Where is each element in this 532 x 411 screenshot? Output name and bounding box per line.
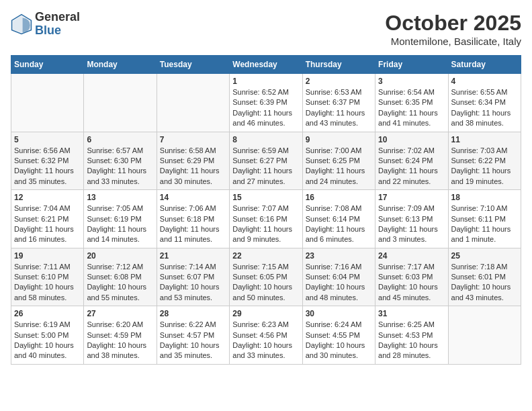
day-info: Sunrise: 6:56 AMSunset: 6:32 PMDaylight:… (14, 146, 81, 187)
day-info: Sunrise: 7:08 AMSunset: 6:14 PMDaylight:… (306, 203, 372, 245)
location-subtitle: Montemilone, Basilicate, Italy (385, 36, 521, 47)
day-number: 9 (306, 135, 372, 144)
day-cell: 10Sunrise: 7:02 AMSunset: 6:24 PMDayligh… (375, 132, 448, 190)
day-cell: 15Sunrise: 7:07 AMSunset: 6:16 PMDayligh… (230, 190, 302, 248)
weekday-header-monday: Monday (84, 56, 157, 74)
day-info: Sunrise: 7:14 AMSunset: 6:07 PMDaylight:… (160, 262, 226, 304)
day-info: Sunrise: 7:17 AMSunset: 6:03 PMDaylight:… (378, 262, 445, 304)
day-info: Sunrise: 6:58 AMSunset: 6:29 PMDaylight:… (160, 146, 226, 187)
page-header: General Blue October 2025 Montemilone, B… (11, 11, 521, 47)
day-cell: 18Sunrise: 7:10 AMSunset: 6:11 PMDayligh… (448, 190, 521, 248)
day-cell: 9Sunrise: 7:00 AMSunset: 6:25 PMDaylight… (302, 132, 375, 190)
day-number: 11 (451, 135, 518, 144)
day-info: Sunrise: 7:05 AMSunset: 6:19 PMDaylight:… (87, 203, 153, 245)
day-cell: 22Sunrise: 7:15 AMSunset: 6:05 PMDayligh… (230, 248, 302, 306)
week-row-4: 19Sunrise: 7:11 AMSunset: 6:10 PMDayligh… (11, 248, 521, 306)
day-info: Sunrise: 7:12 AMSunset: 6:08 PMDaylight:… (87, 262, 153, 304)
day-cell: 19Sunrise: 7:11 AMSunset: 6:10 PMDayligh… (11, 248, 84, 306)
day-info: Sunrise: 6:57 AMSunset: 6:30 PMDaylight:… (87, 146, 153, 187)
week-row-5: 26Sunrise: 6:19 AMSunset: 5:00 PMDayligh… (11, 306, 521, 365)
day-cell: 12Sunrise: 7:04 AMSunset: 6:21 PMDayligh… (11, 190, 84, 248)
day-number: 31 (378, 309, 445, 318)
day-number: 2 (306, 77, 372, 86)
week-row-2: 5Sunrise: 6:56 AMSunset: 6:32 PMDaylight… (11, 132, 521, 190)
day-info: Sunrise: 6:22 AMSunset: 4:57 PMDaylight:… (160, 320, 226, 361)
day-cell: 2Sunrise: 6:53 AMSunset: 6:37 PMDaylight… (302, 74, 375, 132)
day-cell: 23Sunrise: 7:16 AMSunset: 6:04 PMDayligh… (302, 248, 375, 306)
day-cell: 17Sunrise: 7:09 AMSunset: 6:13 PMDayligh… (375, 190, 448, 248)
day-cell: 1Sunrise: 6:52 AMSunset: 6:39 PMDaylight… (230, 74, 302, 132)
day-cell: 28Sunrise: 6:22 AMSunset: 4:57 PMDayligh… (157, 306, 229, 365)
day-number: 1 (232, 77, 299, 86)
day-cell: 26Sunrise: 6:19 AMSunset: 5:00 PMDayligh… (11, 306, 84, 365)
weekday-header-thursday: Thursday (302, 56, 375, 74)
day-info: Sunrise: 7:04 AMSunset: 6:21 PMDaylight:… (14, 203, 81, 245)
day-number: 28 (160, 309, 226, 318)
day-info: Sunrise: 7:03 AMSunset: 6:22 PMDaylight:… (451, 146, 518, 187)
logo-icon (11, 13, 32, 35)
month-title: October 2025 (385, 11, 521, 36)
day-cell: 20Sunrise: 7:12 AMSunset: 6:08 PMDayligh… (84, 248, 157, 306)
day-cell: 21Sunrise: 7:14 AMSunset: 6:07 PMDayligh… (157, 248, 229, 306)
day-info: Sunrise: 6:25 AMSunset: 4:53 PMDaylight:… (378, 320, 445, 361)
day-cell (448, 306, 521, 365)
day-cell: 24Sunrise: 7:17 AMSunset: 6:03 PMDayligh… (375, 248, 448, 306)
day-cell: 14Sunrise: 7:06 AMSunset: 6:18 PMDayligh… (157, 190, 229, 248)
day-number: 30 (306, 309, 372, 318)
day-number: 29 (232, 309, 299, 318)
day-number: 24 (378, 251, 445, 261)
day-info: Sunrise: 6:24 AMSunset: 4:55 PMDaylight:… (306, 320, 372, 361)
logo-text: General Blue (35, 11, 80, 38)
day-info: Sunrise: 7:09 AMSunset: 6:13 PMDaylight:… (378, 203, 445, 245)
weekday-header-wednesday: Wednesday (230, 56, 302, 74)
day-cell (11, 74, 84, 132)
day-number: 5 (14, 135, 81, 144)
day-number: 22 (232, 251, 299, 261)
day-cell: 25Sunrise: 7:18 AMSunset: 6:01 PMDayligh… (448, 248, 521, 306)
day-number: 25 (451, 251, 518, 261)
day-info: Sunrise: 7:15 AMSunset: 6:05 PMDaylight:… (232, 262, 299, 304)
day-info: Sunrise: 7:10 AMSunset: 6:11 PMDaylight:… (451, 203, 518, 245)
day-number: 4 (451, 77, 518, 86)
day-cell: 7Sunrise: 6:58 AMSunset: 6:29 PMDaylight… (157, 132, 229, 190)
day-number: 19 (14, 251, 81, 261)
day-cell: 31Sunrise: 6:25 AMSunset: 4:53 PMDayligh… (375, 306, 448, 365)
day-info: Sunrise: 6:52 AMSunset: 6:39 PMDaylight:… (232, 87, 299, 129)
day-info: Sunrise: 7:16 AMSunset: 6:04 PMDaylight:… (306, 262, 372, 304)
day-info: Sunrise: 7:00 AMSunset: 6:25 PMDaylight:… (306, 146, 372, 187)
day-number: 15 (232, 193, 299, 202)
day-cell (157, 74, 229, 132)
day-info: Sunrise: 6:20 AMSunset: 4:59 PMDaylight:… (87, 320, 153, 361)
day-cell: 13Sunrise: 7:05 AMSunset: 6:19 PMDayligh… (84, 190, 157, 248)
day-info: Sunrise: 7:06 AMSunset: 6:18 PMDaylight:… (160, 203, 226, 245)
week-row-1: 1Sunrise: 6:52 AMSunset: 6:39 PMDaylight… (11, 74, 521, 132)
day-number: 8 (232, 135, 299, 144)
day-info: Sunrise: 6:19 AMSunset: 5:00 PMDaylight:… (14, 320, 81, 361)
day-number: 18 (451, 193, 518, 202)
day-number: 6 (87, 135, 153, 144)
day-number: 23 (306, 251, 372, 261)
day-number: 7 (160, 135, 226, 144)
day-number: 17 (378, 193, 445, 202)
day-info: Sunrise: 7:18 AMSunset: 6:01 PMDaylight:… (451, 262, 518, 304)
header-row: SundayMondayTuesdayWednesdayThursdayFrid… (11, 56, 521, 74)
day-cell: 16Sunrise: 7:08 AMSunset: 6:14 PMDayligh… (302, 190, 375, 248)
day-cell: 8Sunrise: 6:59 AMSunset: 6:27 PMDaylight… (230, 132, 302, 190)
day-cell: 27Sunrise: 6:20 AMSunset: 4:59 PMDayligh… (84, 306, 157, 365)
weekday-header-friday: Friday (375, 56, 448, 74)
day-cell: 29Sunrise: 6:23 AMSunset: 4:56 PMDayligh… (230, 306, 302, 365)
day-cell: 4Sunrise: 6:55 AMSunset: 6:34 PMDaylight… (448, 74, 521, 132)
day-number: 12 (14, 193, 81, 202)
day-info: Sunrise: 7:02 AMSunset: 6:24 PMDaylight:… (378, 146, 445, 187)
day-number: 13 (87, 193, 153, 202)
weekday-header-tuesday: Tuesday (157, 56, 229, 74)
day-number: 21 (160, 251, 226, 261)
weekday-header-saturday: Saturday (448, 56, 521, 74)
day-cell: 11Sunrise: 7:03 AMSunset: 6:22 PMDayligh… (448, 132, 521, 190)
day-info: Sunrise: 6:54 AMSunset: 6:35 PMDaylight:… (378, 87, 445, 129)
day-number: 14 (160, 193, 226, 202)
calendar-table: SundayMondayTuesdayWednesdayThursdayFrid… (11, 55, 521, 365)
day-info: Sunrise: 7:11 AMSunset: 6:10 PMDaylight:… (14, 262, 81, 304)
day-number: 26 (14, 309, 81, 318)
day-info: Sunrise: 6:55 AMSunset: 6:34 PMDaylight:… (451, 87, 518, 129)
